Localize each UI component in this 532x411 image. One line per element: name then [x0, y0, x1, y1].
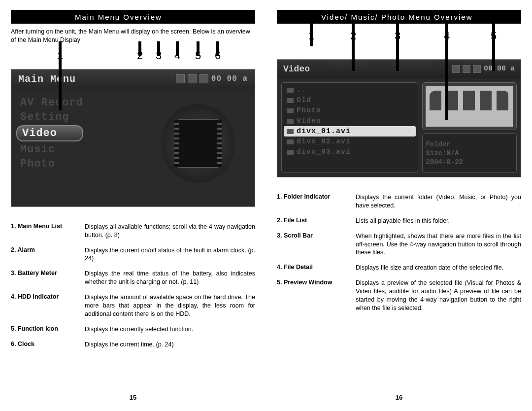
- file-list: .. Old Photo Video divx_01.avi divx_02.a…: [281, 82, 418, 173]
- list-item: divx_03.avi: [284, 147, 416, 157]
- legend-term: 2. File List: [277, 217, 356, 225]
- screenshot-title: Main Menu: [18, 73, 76, 85]
- menu-item: Setting: [20, 111, 83, 123]
- menu-item: Photo: [20, 158, 83, 170]
- folder-indicator: Video: [283, 64, 310, 74]
- alarm-icon: [176, 74, 185, 83]
- legend-term: 6. Clock: [11, 341, 85, 349]
- section-title-left: Main Menu Overview: [11, 10, 255, 24]
- callout-line: [197, 41, 200, 56]
- screenshot-wrap-left: 1 2 3 4 5 6 Main Menu 00 00 a AV Record: [11, 47, 255, 207]
- alarm-icon: [452, 65, 460, 73]
- callout-line: [59, 41, 62, 110]
- callout-line: [352, 22, 355, 71]
- page-number-left: 15: [11, 384, 255, 401]
- main-menu-screenshot: Main Menu 00 00 a AV Record Setting Vide…: [11, 69, 255, 207]
- legend-term: 3. Scroll Bar: [277, 232, 356, 257]
- up-icon: [287, 88, 294, 93]
- legend-row: 5. Function IconDisplays the currently s…: [11, 325, 255, 334]
- battery-icon: [188, 74, 197, 83]
- video-menu-screenshot: Video 00 00 a .. Old Photo Video divx_01…: [277, 59, 521, 177]
- legend-term: 4. HDD Indicator: [11, 293, 85, 318]
- legend-row: 6. ClockDisplays the current time. (p. 2…: [11, 341, 255, 349]
- screenshot-header: Video 00 00 a: [277, 60, 521, 78]
- list-item: Old: [284, 95, 416, 105]
- legend-desc: Displays a preview of the selected file …: [356, 279, 521, 312]
- legend-term: 2. Alarm: [11, 246, 85, 263]
- callout-line: [138, 41, 141, 56]
- callout-line: [157, 41, 160, 56]
- legend-row: 2. AlarmDisplays the current on/off stat…: [11, 246, 255, 263]
- legend-desc: Displays all available functions; scroll…: [85, 223, 255, 240]
- callout-line: [396, 22, 399, 71]
- folder-icon: [287, 119, 294, 124]
- preview-window: [422, 82, 517, 130]
- legend-term: 4. File Detail: [277, 264, 356, 272]
- legend-row: 3. Battery MeterDisplays the real time s…: [11, 270, 255, 286]
- legend-desc: Displays the real time status of the bat…: [85, 270, 255, 286]
- file-icon: [287, 129, 294, 134]
- folder-icon: [287, 108, 294, 113]
- callout-line: [492, 22, 495, 71]
- menu-item-selected: Video: [16, 125, 83, 141]
- list-item: Photo: [284, 105, 416, 116]
- legend-desc: When highlighted, shows that there are m…: [356, 232, 521, 257]
- legend-desc: Lists all playable files in this folder.: [356, 217, 521, 225]
- page-left: Main Menu Overview After turning on the …: [0, 10, 266, 401]
- legend-row: 4. File DetailDisplays file size and cre…: [277, 264, 521, 272]
- callout-line: [216, 41, 219, 56]
- legend-desc: Displays the current on/off status of th…: [85, 246, 255, 263]
- function-icon: [161, 104, 235, 183]
- legend-row: 3. Scroll BarWhen highlighted, shows tha…: [277, 232, 521, 257]
- screenshot-wrap-right: 1 2 3 4 5 Video 00 00 a .. Old: [277, 28, 521, 177]
- callout-line: [310, 22, 313, 46]
- file-icon: [287, 150, 294, 155]
- file-detail: Folder Size:N/A 2004-8-22: [422, 133, 517, 173]
- list-item: divx_02.avi: [284, 137, 416, 147]
- legend-row: 5. Preview WindowDisplays a preview of t…: [277, 279, 521, 312]
- page-right: Video/ Music/ Photo Menu Overview 1 2 3 …: [266, 10, 532, 401]
- legend-desc: Displays the current time. (p. 24): [85, 341, 255, 349]
- legend-term: 5. Preview Window: [277, 279, 356, 312]
- battery-icon: [463, 65, 470, 73]
- menu-item: AV Record: [20, 97, 83, 109]
- legend-term: 5. Function Icon: [11, 325, 85, 334]
- callout-line: [176, 41, 179, 56]
- legend-term: 1. Folder Indicator: [277, 193, 356, 210]
- legend-left: 1. Main Menu ListDisplays all available …: [11, 223, 255, 356]
- legend-term: 1. Main Menu List: [11, 223, 85, 240]
- section-title-right: Video/ Music/ Photo Menu Overview: [277, 10, 521, 24]
- clock-readout: 00 00 a: [484, 65, 515, 73]
- legend-desc: Displays the amount of available space o…: [85, 293, 255, 318]
- main-menu-list: AV Record Setting Video Music Photo: [20, 97, 83, 170]
- folder-icon: [287, 98, 294, 103]
- menu-item: Music: [20, 143, 83, 156]
- detail-line: 2004-8-22: [426, 158, 513, 166]
- callouts-right: 1 2 3 4 5: [277, 30, 521, 49]
- screenshot-header: Main Menu 00 00 a: [11, 69, 255, 89]
- list-item-selected: divx_01.avi: [284, 126, 416, 137]
- legend-desc: Displays the currently selected function…: [85, 325, 255, 334]
- legend-term: 3. Battery Meter: [11, 270, 85, 286]
- legend-right: 1. Folder IndicatorDisplays the current …: [277, 193, 521, 319]
- legend-row: 4. HDD IndicatorDisplays the amount of a…: [11, 293, 255, 318]
- list-item: Video: [284, 116, 416, 126]
- page-number-right: 16: [277, 384, 521, 401]
- legend-desc: Displays file size and creation date of …: [356, 264, 521, 272]
- clock-readout: 00 00 a: [211, 74, 248, 83]
- legend-row: 2. File ListLists all playable files in …: [277, 217, 521, 225]
- legend-row: 1. Folder IndicatorDisplays the current …: [277, 193, 521, 210]
- file-icon: [287, 139, 294, 144]
- detail-line: Size:N/A: [426, 149, 513, 157]
- list-item: ..: [284, 85, 416, 95]
- detail-line: Folder: [426, 140, 513, 148]
- hdd-icon: [200, 74, 208, 83]
- callout-line: [445, 22, 448, 120]
- legend-row: 1. Main Menu ListDisplays all available …: [11, 223, 255, 240]
- legend-desc: Displays the current folder (Video, Musi…: [356, 193, 521, 210]
- hdd-icon: [473, 65, 481, 73]
